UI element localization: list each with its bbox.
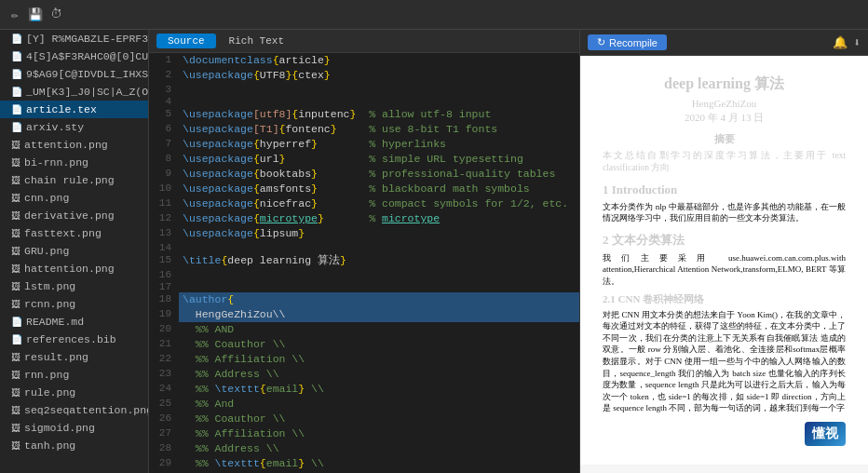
line-content: %% AND — [179, 322, 579, 337]
preview-toolbar: ↻ Recompile 🔔 ⬇ — [580, 30, 868, 56]
file-icon: 🖼 — [11, 299, 20, 310]
history-icon[interactable]: ⏱ — [48, 7, 63, 22]
preview-abstract: 本文总结自剽学习的深度学习算法，主要用于 text classification… — [603, 150, 846, 175]
download-icon[interactable]: ⬇ — [853, 35, 861, 50]
code-line: 21 %% Coauthor \\ — [149, 337, 579, 352]
main-layout: 📄[Y] R%MGABZLE-EPRF3...📄4[S]A$F3RAHC0@[0… — [0, 30, 868, 473]
sidebar-item-label: result.png — [24, 351, 88, 363]
line-number: 4 — [149, 95, 179, 107]
sidebar-item-4A[interactable]: 📄4[S]A$F3RAHC0@[0]CU... — [0, 47, 148, 65]
line-number: 13 — [149, 226, 179, 241]
file-icon: 📄 — [11, 104, 22, 115]
code-line: 5\usepackage[utf8]{inputenc} % allow utf… — [149, 107, 579, 122]
code-lines: 1\documentclass{article}2\usepackage{UTF… — [149, 53, 579, 473]
file-icon: 🖼 — [11, 193, 20, 204]
line-content: \usepackage{microtype} % microtype — [179, 211, 579, 226]
sidebar-item-9A[interactable]: 📄9$AG9[C@IDVDLI_IHXSE... — [0, 65, 148, 83]
line-content — [179, 95, 579, 107]
line-number: 28 — [149, 441, 179, 456]
sidebar-item-sigmoid[interactable]: 🖼sigmoid.png — [0, 419, 148, 437]
code-line: 29 %% \texttt{email} \\ — [149, 456, 579, 471]
line-content: \usepackage{amsfonts} % blackboard math … — [179, 182, 579, 196]
line-number: 24 — [149, 382, 179, 397]
file-icon: 📄 — [11, 51, 22, 62]
line-content: \usepackage[T1]{fontenc} % use 8-bit T1 … — [179, 122, 579, 137]
line-content: \usepackage{url} % simple URL typesettin… — [179, 152, 579, 167]
sidebar-item-UM[interactable]: 📄_UM[K3]_J0|SC|A_Z(OK_D... — [0, 83, 148, 101]
code-editor[interactable]: 1\documentclass{article}2\usepackage{UTF… — [149, 53, 579, 473]
sidebar-item-label: lstm.png — [24, 280, 75, 292]
sidebar-item-article[interactable]: 📄article.tex — [0, 101, 148, 118]
code-line: 28 %% Address \\ — [149, 441, 579, 456]
sidebar-item-tanh[interactable]: 🖼tanh.png — [0, 437, 148, 454]
sidebar-item-label: 4[S]A$F3RAHC0@[0]CU... — [26, 50, 148, 62]
sidebar-item-rnn[interactable]: 🖼rnn.png — [0, 366, 148, 384]
tab-richtext[interactable]: Rich Text — [218, 34, 295, 48]
line-number: 19 — [149, 307, 179, 322]
line-number: 25 — [149, 397, 179, 412]
sidebar-item-references[interactable]: 📄references.bib — [0, 331, 148, 348]
bell-icon[interactable]: 🔔 — [833, 35, 848, 50]
save-icon[interactable]: 💾 — [28, 7, 43, 22]
code-line: 9\usepackage{booktabs} % professional-qu… — [149, 167, 579, 182]
preview-wrapper: deep learning 算法 HengGeZhiZou 2020 年 4 月… — [580, 56, 868, 473]
sidebar-item-README[interactable]: 📄README.md — [0, 313, 148, 331]
preview-date: 2020 年 4 月 13 日 — [603, 111, 846, 125]
line-content: \author{ — [179, 292, 579, 307]
sidebar-item-rule[interactable]: 🖼rule.png — [0, 384, 148, 401]
code-line: 25 %% And — [149, 397, 579, 412]
code-line: 15\title{deep learning 算法} — [149, 253, 579, 268]
code-line: 1\documentclass{article} — [149, 53, 579, 68]
sidebar-item-birnn[interactable]: 🖼bi-rnn.png — [0, 154, 148, 171]
sidebar-item-cnn[interactable]: 🖼cnn.png — [0, 189, 148, 207]
preview-author: HengGeZhiZou — [603, 98, 846, 109]
line-content — [179, 241, 579, 253]
sidebar-item-label: derivative.png — [24, 209, 115, 222]
sidebar-item-label: hattention.png — [24, 263, 115, 275]
file-icon: 📄 — [11, 122, 22, 133]
sidebar-item-iY[interactable]: 📄[Y] R%MGABZLE-EPRF3... — [0, 30, 148, 47]
sidebar-item-result[interactable]: 🖼result.png — [0, 348, 148, 366]
sidebar-item-label: rcnn.png — [24, 298, 75, 310]
file-icon: 🖼 — [11, 352, 20, 363]
line-content: \usepackage{hyperref} % hyperlinks — [179, 137, 579, 152]
pencil-icon[interactable]: ✏ — [7, 7, 22, 22]
sidebar-item-label: sigmoid.png — [24, 422, 95, 434]
code-line: 12\usepackage{microtype} % microtype — [149, 211, 579, 226]
sidebar-item-attention[interactable]: 🖼attention.png — [0, 136, 148, 154]
line-number: 21 — [149, 337, 179, 352]
file-icon: 🖼 — [11, 246, 20, 257]
sidebar-item-hattention[interactable]: 🖼hattention.png — [0, 260, 148, 277]
line-number: 22 — [149, 352, 179, 367]
code-line: 23 %% Address \\ — [149, 367, 579, 382]
line-number: 6 — [149, 122, 179, 137]
line-number: 20 — [149, 322, 179, 337]
line-number: 15 — [149, 253, 179, 268]
sidebar-item-GRU[interactable]: 🖼GRU.png — [0, 242, 148, 260]
preview-subsection21: 2.1 CNN 卷积神经网络 — [603, 292, 846, 306]
file-icon: 🖼 — [11, 140, 20, 151]
line-content: %% \texttt{email} \\ — [179, 456, 579, 471]
sidebar-item-rcnn[interactable]: 🖼rcnn.png — [0, 295, 148, 313]
preview-subsection21-text: 对把 CNN 用文本分类的想法来自于 Yoon Kim()，在我的文章中，每次通… — [603, 309, 846, 414]
sidebar-item-arxiv[interactable]: 📄arxiv.sty — [0, 118, 148, 136]
preview-section2-text: 我们主要采用 use.huawei.com.can.com.plus.with … — [603, 252, 846, 288]
sidebar-item-lstm[interactable]: 🖼lstm.png — [0, 277, 148, 295]
preview-section1: 1 Introduction — [603, 182, 846, 197]
file-icon: 🖼 — [11, 228, 20, 239]
watermark-area: 懂视 — [603, 422, 846, 446]
line-content: HengGeZhiZou\\ — [179, 307, 579, 322]
line-number: 17 — [149, 280, 179, 292]
sidebar-item-fasttext[interactable]: 🖼fasttext.png — [0, 224, 148, 242]
sidebar-item-label: GRU.png — [24, 245, 69, 257]
line-content: %% Affiliation \\ — [179, 352, 579, 367]
line-number: 18 — [149, 292, 179, 307]
line-content: %% Coauthor \\ — [179, 412, 579, 426]
tab-source[interactable]: Source — [156, 34, 216, 48]
sidebar-item-seq2seq[interactable]: 🖼seq2seqattention.png — [0, 401, 148, 419]
sidebar-item-label: README.md — [26, 316, 84, 328]
recompile-button[interactable]: ↻ Recompile — [588, 34, 667, 50]
sidebar-item-derivative[interactable]: 🖼derivative.png — [0, 207, 148, 224]
sidebar-item-chainrule[interactable]: 🖼chain rule.png — [0, 171, 148, 189]
sidebar-item-label: bi-rnn.png — [24, 156, 88, 169]
